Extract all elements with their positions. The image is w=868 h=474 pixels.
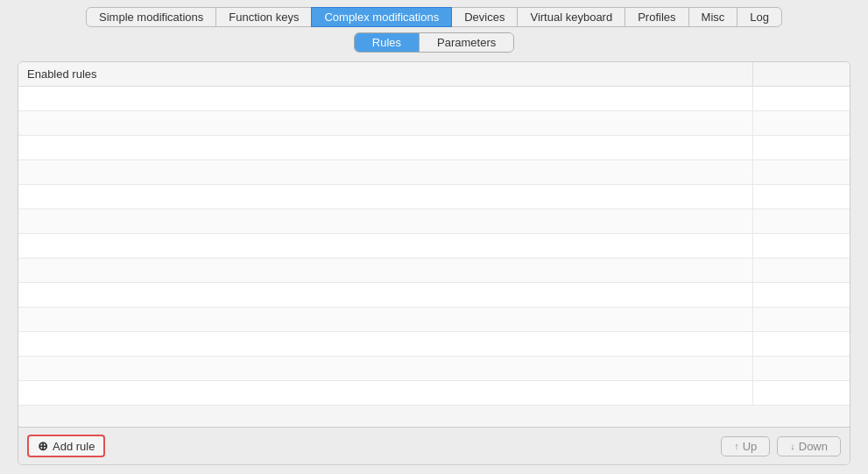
rule-cell-11	[18, 332, 753, 356]
rule-action-12	[753, 357, 850, 380]
rule-cell-5	[18, 185, 753, 209]
rule-cell-10	[18, 308, 753, 331]
down-label: Down	[799, 440, 828, 453]
add-rule-button[interactable]: ⊕ Add rule	[27, 435, 105, 457]
rule-cell-8	[18, 258, 753, 282]
rule-action-6	[753, 209, 850, 233]
table-row	[18, 87, 850, 111]
table-row	[18, 258, 850, 283]
rule-action-7	[753, 234, 850, 258]
footer: ⊕ Add rule ↑ Up ↓ Down	[18, 427, 850, 464]
rule-action-5	[753, 185, 850, 209]
add-rule-label: Add rule	[53, 440, 95, 453]
subtab-rules[interactable]: Rules	[355, 33, 420, 52]
rule-action-1	[753, 87, 850, 110]
rule-action-3	[753, 136, 850, 159]
rule-action-9	[753, 283, 850, 307]
tab-simple-modifications[interactable]: Simple modifications	[86, 7, 216, 27]
rule-action-8	[753, 258, 850, 282]
tab-bar: Simple modifications Function keys Compl…	[0, 0, 868, 32]
table-row	[18, 185, 850, 209]
content-area: Enabled rules ⊕ Add rule	[18, 61, 850, 465]
rules-table-header: Enabled rules	[18, 62, 850, 87]
tab-complex-modifications[interactable]: Complex modifications	[311, 7, 452, 27]
table-row	[18, 332, 850, 357]
rule-cell-13	[18, 381, 753, 405]
rule-action-10	[753, 308, 850, 331]
table-row	[18, 381, 850, 406]
tab-log[interactable]: Log	[737, 7, 782, 27]
tab-virtual-keyboard[interactable]: Virtual keyboard	[517, 7, 625, 27]
tab-function-keys[interactable]: Function keys	[215, 7, 312, 27]
rule-cell-2	[18, 111, 753, 135]
table-row	[18, 308, 850, 332]
app-window: Simple modifications Function keys Compl…	[0, 0, 868, 474]
down-arrow-icon: ↓	[790, 441, 795, 451]
plus-circle-icon: ⊕	[38, 439, 48, 453]
up-button[interactable]: ↑ Up	[721, 436, 770, 456]
table-row	[18, 160, 850, 185]
rule-cell-9	[18, 283, 753, 307]
table-row	[18, 357, 850, 381]
tab-devices[interactable]: Devices	[451, 7, 518, 27]
table-row	[18, 209, 850, 234]
rule-cell-12	[18, 357, 753, 380]
table-row	[18, 283, 850, 308]
tab-profiles[interactable]: Profiles	[625, 7, 688, 27]
sub-tab-bar: Rules Parameters	[354, 32, 514, 53]
rule-cell-6	[18, 209, 753, 233]
table-row	[18, 234, 850, 258]
column-header-enabled-rules: Enabled rules	[18, 62, 753, 86]
rule-action-4	[753, 160, 850, 184]
rules-table: Enabled rules	[18, 62, 850, 427]
footer-nav-buttons: ↑ Up ↓ Down	[721, 436, 841, 456]
rule-cell-7	[18, 234, 753, 258]
table-row	[18, 111, 850, 136]
rule-action-13	[753, 381, 850, 405]
up-label: Up	[743, 440, 758, 453]
subtab-parameters[interactable]: Parameters	[420, 33, 513, 52]
rule-cell-4	[18, 160, 753, 184]
rule-action-11	[753, 332, 850, 356]
tab-misc[interactable]: Misc	[688, 7, 738, 27]
rule-cell-1	[18, 87, 753, 110]
rule-cell-3	[18, 136, 753, 159]
down-button[interactable]: ↓ Down	[777, 436, 841, 456]
table-row	[18, 136, 850, 160]
rule-action-2	[753, 111, 850, 135]
up-arrow-icon: ↑	[734, 441, 739, 451]
column-header-actions	[753, 62, 850, 86]
